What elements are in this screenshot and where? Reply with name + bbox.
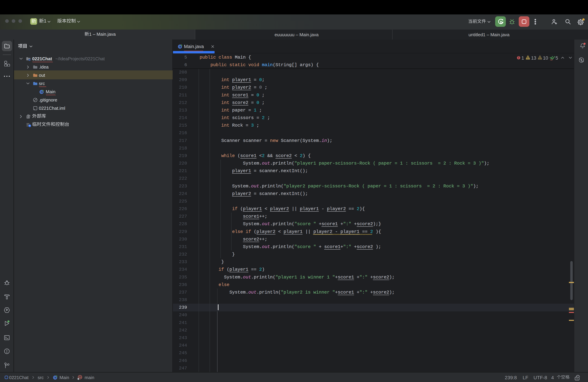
svg-text:1 – Main.java: 1 – Main.java: [89, 32, 116, 37]
svg-text:m: m: [79, 376, 81, 379]
svg-text:1: 1: [44, 19, 46, 23]
